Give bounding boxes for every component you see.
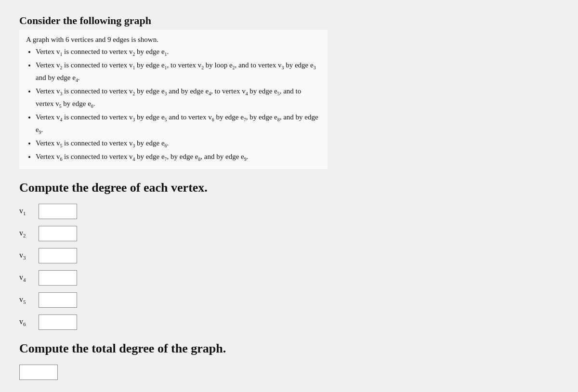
vertex-row-v2: v2 (19, 226, 559, 241)
section2-title: Compute the total degree of the graph. (19, 341, 559, 356)
vertex-label-v4: v4 (19, 273, 34, 283)
vertex-label-v6: v6 (19, 317, 34, 327)
graph-bullet-2: Vertex v2 is connected to vertex v1 by e… (36, 59, 321, 84)
graph-bullet-1: Vertex v1 is connected to vertex v2 by e… (36, 46, 321, 58)
vertex-input-v1[interactable] (39, 204, 77, 219)
vertex-label-v2: v2 (19, 229, 34, 238)
vertex-inputs-container: v1 v2 v3 v4 v5 v6 (19, 204, 559, 330)
vertex-input-v5[interactable] (39, 292, 77, 308)
vertex-label-v5: v5 (19, 295, 34, 305)
vertex-input-v4[interactable] (39, 270, 77, 286)
vertex-input-v6[interactable] (39, 314, 77, 330)
vertex-row-v1: v1 (19, 204, 559, 219)
page-title: Consider the following graph (19, 14, 559, 27)
graph-info-box: A graph with 6 vertices and 9 edges is s… (19, 30, 328, 169)
page-container: Consider the following graph A graph wit… (14, 10, 564, 392)
vertex-label-v1: v1 (19, 207, 34, 216)
vertex-row-v3: v3 (19, 248, 559, 263)
graph-intro: A graph with 6 vertices and 9 edges is s… (26, 34, 321, 46)
vertex-row-v5: v5 (19, 292, 559, 308)
graph-bullets-list: Vertex v1 is connected to vertex v2 by e… (26, 46, 321, 164)
section1-title: Compute the degree of each vertex. (19, 181, 559, 195)
section3-question: Does the number of edges equal one-half … (19, 389, 559, 392)
section2-container: Compute the total degree of the graph. (19, 341, 559, 380)
vertex-label-v3: v3 (19, 251, 34, 261)
graph-bullet-5: Vertex v5 is connected to vertex v3 by e… (36, 137, 321, 150)
vertex-row-v6: v6 (19, 314, 559, 330)
graph-bullet-4: Vertex v4 is connected to vertex v3 by e… (36, 111, 321, 136)
graph-bullet-3: Vertex v3 is connected to vertex v2 by e… (36, 85, 321, 110)
vertex-input-v3[interactable] (39, 248, 77, 263)
vertex-row-v4: v4 (19, 270, 559, 286)
total-degree-input[interactable] (19, 365, 58, 380)
graph-bullet-6: Vertex v6 is connected to vertex v4 by e… (36, 151, 321, 163)
vertex-input-v2[interactable] (39, 226, 77, 241)
